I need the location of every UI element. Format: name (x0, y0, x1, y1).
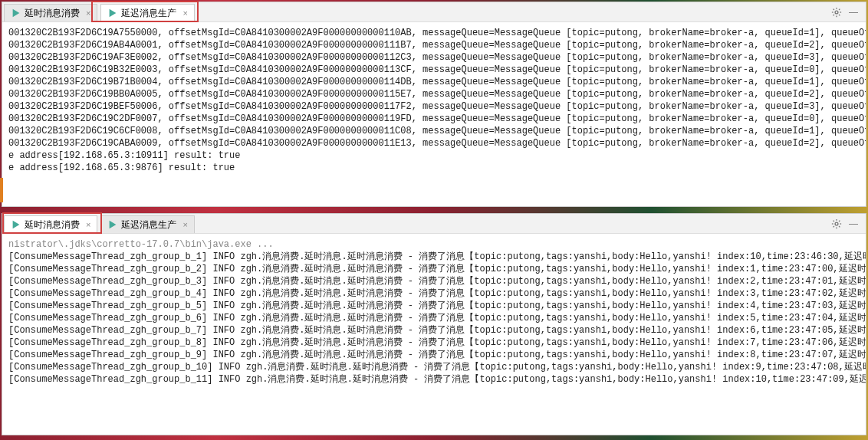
tab-consumer-top[interactable]: 延时消息消费 × (4, 4, 97, 21)
producer-console-panel: 延时消息消费 × 延迟消息生产 × — 001320C2B193F2D6C19A… (2, 2, 866, 207)
console-line: 001320C2B193F2D6C19BEF50006, offsetMsgId… (8, 100, 860, 113)
console-line: e address[192.168.65.3:10911] result: tr… (8, 149, 860, 162)
console-line: 001320C2B193F2D6C19AB4A0001, offsetMsgId… (8, 39, 860, 51)
console-line: [ConsumeMessageThread_zgh_group_b_7] INF… (8, 324, 860, 337)
tab-producer-bottom[interactable]: 延迟消息生产 × (100, 215, 194, 233)
producer-console-output[interactable]: 001320C2B193F2D6C19A7550000, offsetMsgId… (2, 22, 866, 206)
gear-icon[interactable] (830, 218, 843, 230)
svg-line-7 (833, 8, 834, 9)
svg-line-9 (833, 15, 834, 15)
svg-line-18 (833, 220, 834, 221)
close-icon[interactable]: × (86, 220, 90, 229)
console-line: [ConsumeMessageThread_zgh_group_b_1] INF… (8, 251, 860, 263)
console-line: [ConsumeMessageThread_zgh_group_b_3] INF… (8, 275, 860, 287)
console-line: nistrator\.jdks\corretto-17.0.7\bin\java… (8, 238, 860, 251)
svg-point-13 (835, 222, 838, 225)
console-line: 001320C2B193F2D6C19B71B0004, offsetMsgId… (8, 76, 860, 88)
svg-line-8 (839, 15, 840, 15)
svg-marker-0 (13, 9, 20, 18)
gutter-marker (0, 178, 3, 202)
console-line: e address[192.168.65.3:9876] result: tru… (8, 162, 860, 174)
console-line: 001320C2B193F2D6C19B32E0003, offsetMsgId… (8, 64, 860, 76)
run-icon (107, 8, 118, 18)
tab-label: 延时消息消费 (25, 7, 80, 20)
hide-icon[interactable]: — (847, 6, 860, 18)
svg-line-20 (833, 226, 834, 227)
console-toolbar: — (830, 6, 866, 18)
run-icon (11, 219, 21, 230)
console-line: 001320C2B193F2D6C19AF3E0002, offsetMsgId… (8, 51, 860, 64)
tab-label: 延迟消息生产 (121, 218, 176, 231)
consumer-console-panel: 延时消息消费 × 延迟消息生产 × — nistrator\.jdks\corr… (2, 213, 866, 435)
console-line: [ConsumeMessageThread_zgh_group_b_6] INF… (8, 312, 860, 324)
console-line: [ConsumeMessageThread_zgh_group_b_4] INF… (8, 287, 860, 300)
close-icon[interactable]: × (86, 8, 90, 18)
bottom-tab-bar: 延时消息消费 × 延迟消息生产 × — (2, 214, 866, 234)
console-line: [ConsumeMessageThread_zgh_group_b_8] INF… (8, 337, 860, 349)
close-icon[interactable]: × (182, 8, 187, 18)
svg-line-19 (839, 226, 840, 227)
top-tab-bar: 延时消息消费 × 延迟消息生产 × — (2, 2, 866, 22)
svg-point-2 (835, 11, 838, 14)
svg-marker-11 (13, 221, 20, 229)
svg-marker-1 (110, 9, 117, 18)
hide-icon[interactable]: — (847, 218, 860, 230)
run-icon (107, 219, 118, 230)
tab-consumer-bottom[interactable]: 延时消息消费 × (4, 215, 97, 233)
tab-label: 延时消息消费 (25, 218, 80, 231)
console-line: [ConsumeMessageThread_zgh_group_b_11] IN… (8, 373, 860, 386)
console-line: [ConsumeMessageThread_zgh_group_b_9] INF… (8, 349, 860, 361)
console-line: 001320C2B193F2D6C19A7550000, offsetMsgId… (8, 27, 860, 39)
console-line: 001320C2B193F2D6C19C6CF0008, offsetMsgId… (8, 125, 860, 137)
svg-marker-12 (110, 221, 117, 229)
console-toolbar: — (830, 218, 866, 230)
tab-producer-top[interactable]: 延迟消息生产 × (100, 4, 194, 21)
tab-label: 延迟消息生产 (121, 7, 176, 20)
console-line: 001320C2B193F2D6C19C2DF0007, offsetMsgId… (8, 113, 860, 125)
console-line: [ConsumeMessageThread_zgh_group_b_2] INF… (8, 263, 860, 275)
console-line: 001320C2B193F2D6C19BB0A0005, offsetMsgId… (8, 88, 860, 100)
console-line: [ConsumeMessageThread_zgh_group_b_10] IN… (8, 361, 860, 373)
consumer-console-output[interactable]: nistrator\.jdks\corretto-17.0.7\bin\java… (2, 234, 866, 435)
console-line: 001320C2B193F2D6C19CABA0009, offsetMsgId… (8, 137, 860, 149)
svg-line-21 (839, 220, 840, 221)
svg-line-10 (839, 8, 840, 9)
console-line: [ConsumeMessageThread_zgh_group_b_5] INF… (8, 300, 860, 312)
run-icon (11, 8, 21, 18)
gear-icon[interactable] (830, 6, 843, 18)
close-icon[interactable]: × (182, 220, 187, 229)
